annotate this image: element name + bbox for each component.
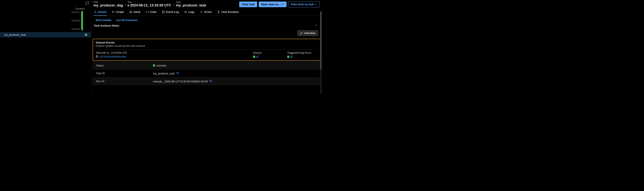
status-square-icon (253, 56, 255, 58)
link-icon (256, 55, 259, 58)
content-area: More Details List All Instances Task Ins… (91, 16, 322, 96)
breadcrumb-separator: / (171, 3, 176, 7)
task-tree-row[interactable]: my_producer_task (0, 32, 91, 37)
status-square-icon (153, 64, 155, 67)
pencil-icon (300, 32, 303, 35)
tab-logs[interactable]: Logs (184, 9, 195, 16)
dataset-triggered-col: Triggered Dag Runs: (287, 51, 318, 59)
dataset-event-timestamp: 2024-08-11, 13:33:59 UTC (96, 51, 253, 54)
add-note-row: Add Note (91, 29, 322, 39)
breadcrumb-label: DAG (94, 1, 123, 4)
notes-section-header[interactable]: Task Instance Notes (91, 24, 322, 29)
status-square-icon[interactable] (85, 34, 87, 36)
detail-label: Status (96, 64, 153, 67)
breadcrumb-run[interactable]: Run 2024-08-11, 13:33:59 UTC (128, 1, 171, 8)
tab-label: XCom (204, 11, 212, 14)
run-id-text: manual__2024-08-11T13:33:59.049923+00:00 (153, 80, 208, 83)
mark-state-label: Mark state as… (261, 3, 281, 6)
tick-label: 00:00:00 (72, 28, 80, 30)
header-row: DAG my_producer_dag / Run 2024-08-11, 13… (91, 0, 322, 9)
svg-rect-2 (114, 12, 115, 12)
chevron-down-icon: ▼ (315, 4, 317, 6)
filter-dag-button[interactable]: Filter DAG by task ▼ (288, 1, 320, 8)
duration-bar[interactable] (81, 11, 83, 30)
tab-label: Task Duration (221, 11, 238, 14)
mark-state-button[interactable]: Mark state as… ▼ (259, 2, 286, 7)
breadcrumb-task[interactable]: Task my_producer_task (176, 1, 206, 8)
detail-value: success (153, 64, 166, 67)
detail-row-run-id: Run ID manual__2024-08-11T13:33:59.04992… (93, 77, 320, 85)
dataset-events-box: Dataset Events Dataset updates caused by… (93, 39, 320, 61)
detail-value: my_producer_task (153, 72, 179, 75)
svg-rect-7 (210, 81, 212, 82)
scrollbar-thumb[interactable] (320, 12, 322, 69)
duration-section: Duration 00:00:01 00:00:00 00:00:00 ▶ (0, 7, 91, 30)
play-icon (128, 4, 130, 7)
detail-value: manual__2024-08-11T13:33:59.049923+00:00 (153, 80, 212, 83)
notes-title: Task Instance Notes (94, 24, 119, 27)
tab-label: Details (98, 11, 107, 14)
tab-graph[interactable]: Graph (112, 9, 124, 16)
left-panel: Duration 00:00:01 00:00:00 00:00:00 ▶ my… (0, 0, 91, 96)
tab-label: Logs (188, 11, 194, 14)
right-panel: DAG my_producer_dag / Run 2024-08-11, 13… (91, 0, 322, 96)
tab-code[interactable]: Code (145, 9, 157, 16)
collapse-icon[interactable] (86, 2, 89, 5)
detail-row-task-id: Task ID my_producer_task (93, 69, 320, 77)
tab-label: Graph (116, 11, 124, 14)
breadcrumb-separator: / (123, 3, 128, 7)
duration-chart: 00:00:01 00:00:00 00:00:00 ▶ (0, 11, 87, 30)
dataset-source-col: Source: (253, 51, 287, 59)
sub-links: More Details List All Instances (91, 16, 322, 24)
breadcrumb-label: Run (128, 1, 171, 4)
more-details-link[interactable]: More Details (96, 19, 112, 22)
dataset-events-subtitle: Dataset updates caused by this task inst… (96, 44, 318, 47)
breadcrumb-value: my_producer_dag (94, 4, 123, 8)
tab-label: Gantt (134, 11, 140, 14)
breadcrumb-value: my_producer_task (176, 4, 206, 8)
status-square-icon (287, 56, 290, 58)
dataset-events-title: Dataset Events (96, 41, 318, 44)
scrollbar[interactable] (320, 12, 322, 94)
tab-task-duration[interactable]: Task Duration (217, 9, 239, 16)
status-text: success (157, 64, 166, 67)
details-table: Status success Task ID my_producer_task (93, 62, 320, 85)
source-label: Source: (253, 51, 287, 54)
copy-icon[interactable] (210, 80, 212, 83)
tab-label: Code (150, 11, 156, 14)
triggered-label: Triggered Dag Runs: (287, 51, 318, 54)
play-marker-icon[interactable]: ▶ (81, 29, 83, 31)
breadcrumb-run-text: 2024-08-11, 13:33:59 UTC (130, 4, 171, 8)
breadcrumb-dag[interactable]: DAG my_producer_dag (94, 1, 123, 8)
svg-rect-0 (112, 11, 113, 12)
duration-label: Duration (0, 7, 87, 10)
filter-dag-label: Filter DAG by task (291, 3, 314, 6)
tab-label: Event Log (166, 11, 179, 14)
breadcrumb-label: Task (176, 1, 206, 4)
detail-label: Task ID (96, 72, 153, 75)
clear-task-button[interactable]: Clear task (239, 2, 257, 7)
tab-xcom[interactable]: XCom (200, 9, 212, 16)
tab-event-log[interactable]: Event Log (162, 9, 179, 16)
svg-rect-1 (112, 12, 113, 13)
tab-gantt[interactable]: Gantt (129, 9, 141, 16)
copy-icon[interactable] (176, 72, 179, 75)
dataset-event-left: 2024-08-11, 13:33:59 UTC s3://my-bucket/… (96, 51, 253, 59)
dataset-event-row: 2024-08-11, 13:33:59 UTC s3://my-bucket/… (96, 50, 318, 59)
dataset-uri-link[interactable]: s3://my-bucket/my-key (100, 55, 126, 58)
detail-row-status: Status success (93, 62, 320, 69)
source-link[interactable] (253, 55, 259, 58)
svg-rect-6 (177, 73, 178, 74)
tabs-row: Details Graph Gantt Code Event Log Logs (91, 9, 322, 16)
breadcrumb-value: 2024-08-11, 13:33:59 UTC (128, 4, 171, 8)
triggered-link[interactable] (287, 55, 293, 58)
chevron-up-icon[interactable] (315, 24, 318, 27)
header-buttons: Clear task Mark state as… ▼ Filter DAG b… (239, 1, 320, 8)
add-note-button[interactable]: Add Note (297, 30, 318, 36)
svg-point-5 (96, 55, 98, 56)
list-all-instances-link[interactable]: List All Instances (116, 19, 138, 22)
link-icon (290, 55, 293, 58)
tick-label: 00:00:01 (72, 11, 80, 14)
tab-details[interactable]: Details (94, 9, 107, 16)
task-tree-label: my_producer_task (4, 33, 26, 36)
